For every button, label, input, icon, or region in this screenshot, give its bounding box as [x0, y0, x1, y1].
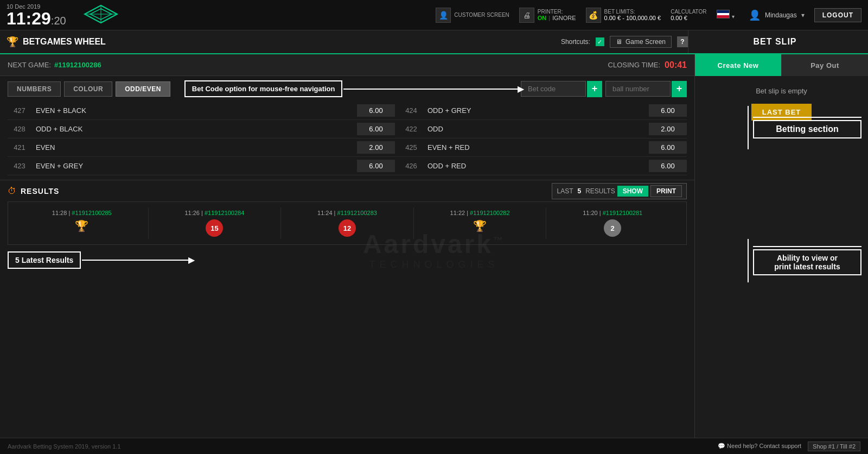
bet-slip-title: BET SLIP: [688, 30, 861, 53]
printer-item[interactable]: 🖨 PRINTER: ON | IGNORE: [519, 8, 576, 23]
tab-odd-even[interactable]: ODD/EVEN: [116, 81, 170, 97]
bet-num: 423: [8, 162, 31, 170]
printer-icon: 🖨: [519, 8, 534, 23]
right-col: 424 ODD + GREY 6.00: [399, 104, 687, 117]
bet-code-plus-button[interactable]: +: [587, 81, 602, 97]
ability-annotation: Ability to view or print latest results: [748, 239, 861, 282]
game-screen-button[interactable]: 🖥 Game Screen: [610, 36, 672, 48]
calculator-label: CALCULATOR: [671, 9, 706, 15]
last-label: LAST: [557, 187, 573, 195]
results-list: 11:28 | #11912100285 🏆 11:26 | #11912100…: [8, 201, 687, 245]
shop-info: Shop #1 / Till #2: [808, 442, 860, 451]
tab-colour[interactable]: COLOUR: [64, 81, 112, 97]
result-time-id: 11:26 | #11912100284: [184, 210, 244, 216]
user-name: Mindaugas: [765, 11, 797, 19]
printer-label: PRINTER:: [538, 9, 576, 15]
support-link[interactable]: 💬 Need help? Contact support: [718, 443, 801, 450]
flag-icon[interactable]: ▾: [717, 10, 735, 21]
result-id: #11912100282: [470, 210, 509, 216]
bet-code-input[interactable]: [521, 81, 586, 97]
next-game-label: NEXT GAME:: [8, 61, 51, 69]
tab-numbers[interactable]: NUMBERS: [8, 81, 61, 97]
right-label: ODD + RED: [423, 162, 649, 170]
result-ball: 15: [206, 219, 223, 237]
latest-results-arrow: ▶: [82, 260, 190, 261]
result-ball: 2: [604, 219, 621, 237]
bet-limits-value: 0.00 € - 100,000.00 €: [604, 15, 661, 21]
help-button[interactable]: ?: [677, 36, 688, 47]
bet-label: EVEN: [31, 143, 357, 152]
results-bar: ⏱ RESULTS LAST 5 RESULTS SHOW PRINT: [0, 180, 694, 201]
right-num: 425: [399, 143, 423, 152]
result-item: 11:26 | #11912100284 15: [149, 207, 282, 239]
latest-results-annotation-box: 5 Latest Results: [8, 251, 81, 269]
bet-odds: 2.00: [357, 141, 395, 154]
right-col: 425 EVEN + RED 6.00: [399, 141, 687, 154]
calculator-item: CALCULATOR 0.00 €: [671, 9, 706, 21]
results-icon: ⏱: [8, 186, 16, 196]
betting-section-hline: [753, 117, 861, 118]
betting-section-annotation-box: Betting section: [753, 120, 861, 138]
shortcuts-label: Shortcuts:: [561, 38, 590, 46]
trophy-icon: 🏆: [7, 36, 18, 48]
tab-bar: NUMBERS COLOUR ODD/EVEN Bet Code option …: [0, 76, 694, 102]
shortcuts-section: Shortcuts: ✓ 🖥 Game Screen ?: [561, 36, 688, 48]
main-layout: NEXT GAME: #11912100286 CLOSING TIME: 00…: [0, 54, 868, 438]
clock-seconds: :20: [51, 15, 66, 27]
next-game-id: #11912100286: [54, 61, 101, 69]
result-id: #11912100285: [72, 210, 111, 216]
customer-screen-label: CUSTOMER SCREEN: [454, 12, 509, 18]
bet-limits-label: BET LIMITS:: [604, 9, 661, 15]
game-title-text: BETGAMES WHEEL: [23, 37, 106, 47]
footer-version: Aardvark Betting System 2019, version 1.…: [8, 443, 121, 450]
logout-button[interactable]: LOGOUT: [814, 8, 861, 22]
betting-section-vline: [748, 106, 749, 149]
monitor-icon: 🖥: [616, 38, 622, 46]
bet-odds: 6.00: [357, 123, 395, 135]
result-item: 11:20 | #11912100281 2: [546, 207, 679, 239]
right-num: 424: [399, 106, 423, 115]
show-button[interactable]: SHOW: [617, 186, 648, 197]
right-odds: 6.00: [649, 104, 687, 117]
user-section: 👤 Mindaugas ▾: [749, 9, 805, 21]
table-row[interactable]: 423 EVEN + GREY 6.00 426 ODD + RED 6.00: [8, 157, 687, 175]
bet-code-annotation-box: Bet Code option for mouse-free navigatio…: [184, 80, 343, 97]
results-label: RESULTS: [585, 187, 615, 195]
footer: Aardvark Betting System 2019, version 1.…: [0, 438, 868, 454]
right-label: ODD + GREY: [423, 106, 649, 115]
customer-screen-item[interactable]: 👤 CUSTOMER SCREEN: [436, 8, 509, 23]
results-title: RESULTS: [21, 187, 59, 196]
right-num: 426: [399, 162, 423, 170]
game-info-bar: NEXT GAME: #11912100286 CLOSING TIME: 00…: [0, 54, 694, 76]
latest-results-annotation: 5 Latest Results ▶: [0, 247, 694, 273]
result-item: 11:22 | #11912100282 🏆: [414, 207, 547, 239]
create-new-tab[interactable]: Create New: [695, 54, 781, 76]
bet-slip-empty-text: Bet slip is empty: [756, 87, 807, 95]
bet-label: ODD + BLACK: [31, 125, 357, 133]
table-row[interactable]: 428 ODD + BLACK 6.00 422 ODD 2.00: [8, 120, 687, 138]
ball-number-input[interactable]: [605, 81, 671, 97]
top-bar-controls: 👤 CUSTOMER SCREEN 🖨 PRINTER: ON | IGNORE…: [436, 8, 861, 23]
right-col: 422 ODD 2.00: [399, 123, 687, 135]
table-row[interactable]: 421 EVEN 2.00 425 EVEN + RED 6.00: [8, 138, 687, 157]
results-controls: LAST 5 RESULTS SHOW PRINT: [552, 183, 687, 199]
table-row[interactable]: 427 EVEN + BLACK 6.00 424 ODD + GREY 6.0…: [8, 102, 687, 120]
right-col: 426 ODD + RED 6.00: [399, 160, 687, 172]
result-id: #11912100281: [603, 210, 642, 216]
ability-vline: [748, 239, 749, 282]
clock-section: 10 Dec 2019 11:29 :20: [7, 3, 66, 27]
ball-number-plus-button[interactable]: +: [672, 81, 687, 97]
bet-label: EVEN + BLACK: [31, 106, 357, 115]
result-ball-placeholder: 🏆: [75, 219, 88, 232]
clock-time: 11:29: [7, 10, 51, 27]
right-odds: 6.00: [649, 160, 687, 172]
bet-code-inputs: + +: [521, 81, 687, 97]
pay-out-tab[interactable]: Pay Out: [781, 54, 868, 76]
shortcuts-checkbox[interactable]: ✓: [596, 37, 604, 46]
result-time-id: 11:28 | #11912100285: [52, 210, 112, 216]
result-id: #11912100283: [337, 210, 377, 216]
right-num: 422: [399, 125, 423, 133]
print-button[interactable]: PRINT: [650, 185, 682, 197]
bet-code-annotation: Bet Code option for mouse-free navigatio…: [184, 80, 687, 97]
closing-time-section: CLOSING TIME: 00:41: [608, 60, 687, 70]
